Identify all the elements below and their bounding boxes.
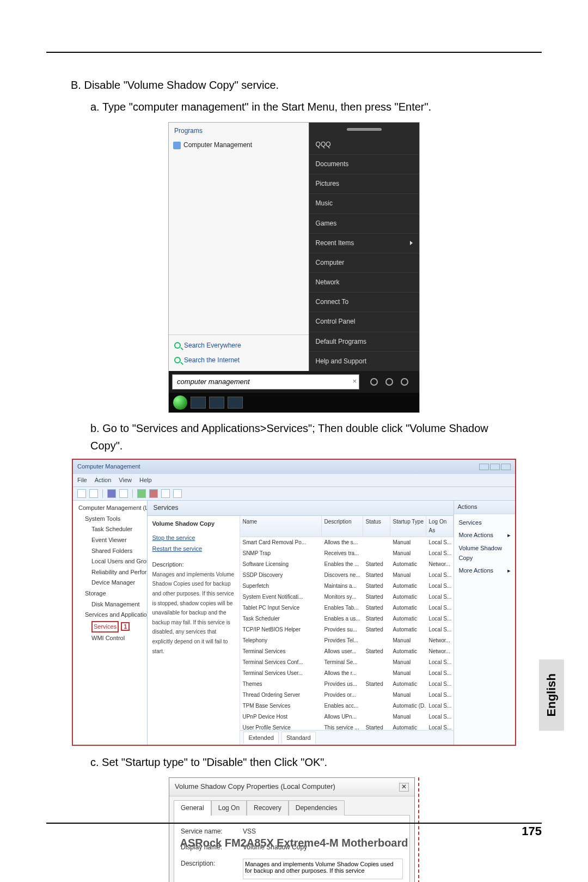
- user-name[interactable]: QQQ: [309, 135, 419, 154]
- power-icon[interactable]: [370, 378, 378, 386]
- start-menu-item[interactable]: Music: [309, 193, 419, 213]
- label-description: Description:: [181, 859, 237, 869]
- language-tab: English: [539, 659, 564, 731]
- programs-header: Programs: [169, 123, 309, 138]
- table-row[interactable]: Terminal Services Conf...Terminal Se...M…: [240, 657, 454, 668]
- tab-recovery[interactable]: Recovery: [247, 800, 289, 816]
- footer-text: ASRock FM2A85X Extreme4-M Motherboard: [0, 837, 588, 849]
- table-row[interactable]: System Event Notificati...Monitors sy...…: [240, 592, 454, 603]
- forward-icon[interactable]: [89, 489, 98, 498]
- tree-storage[interactable]: Storage: [75, 588, 145, 599]
- menu-item[interactable]: File: [77, 476, 87, 485]
- start-menu-item[interactable]: Recent Items: [309, 233, 419, 253]
- table-row[interactable]: Task SchedulerEnables a us...StartedAuto…: [240, 613, 454, 624]
- start-menu-item[interactable]: Pictures: [309, 174, 419, 193]
- tree-disk-management[interactable]: Disk Management: [75, 599, 145, 610]
- table-row[interactable]: Software LicensingEnables the ...Started…: [240, 559, 454, 570]
- restart-service-link[interactable]: Restart the service: [152, 544, 235, 554]
- start-menu-item[interactable]: Documents: [309, 154, 419, 174]
- properties-icon[interactable]: [107, 489, 116, 498]
- table-row[interactable]: SuperfetchMaintains a...StartedAutomatic…: [240, 581, 454, 592]
- start-menu-item[interactable]: Help and Support: [309, 351, 419, 371]
- actions-more[interactable]: More Actions▸: [457, 529, 512, 542]
- tab-dependencies[interactable]: Dependencies: [289, 800, 345, 816]
- table-row[interactable]: Tablet PC Input ServiceEnables Tab...Sta…: [240, 603, 454, 613]
- tree-services-apps[interactable]: Services and Applications: [75, 610, 145, 621]
- restart-service-icon[interactable]: [173, 489, 182, 498]
- start-menu-item[interactable]: Control Panel: [309, 312, 419, 331]
- value-description[interactable]: [243, 859, 403, 879]
- stop-service-icon[interactable]: [149, 489, 158, 498]
- search-internet[interactable]: Search the Internet: [174, 353, 303, 368]
- clear-icon[interactable]: ×: [352, 376, 357, 387]
- dialog-tabs: General Log On Recovery Dependencies: [169, 796, 414, 815]
- services-pane-header: Services: [148, 501, 454, 516]
- view-tabs: Extended Standard: [240, 730, 454, 745]
- taskbar-item[interactable]: [209, 397, 224, 409]
- lock-icon[interactable]: [385, 378, 393, 386]
- tab-general[interactable]: General: [174, 800, 211, 816]
- table-row[interactable]: Smart Card Removal Po...Allows the s...M…: [240, 537, 454, 548]
- maximize-icon[interactable]: [490, 464, 500, 470]
- taskbar-item[interactable]: [228, 397, 243, 409]
- search-everywhere[interactable]: Search Everywhere: [174, 338, 303, 353]
- actions-more2[interactable]: More Actions▸: [457, 564, 512, 577]
- taskbar-item[interactable]: [191, 397, 206, 409]
- selected-service-name: Volume Shadow Copy: [152, 519, 235, 529]
- tree-system-tools[interactable]: System Tools: [75, 514, 145, 525]
- table-header: Name Description Status Startup Type Log…: [240, 516, 454, 537]
- table-row[interactable]: TCP/IP NetBIOS HelperProvides su...Start…: [240, 624, 454, 635]
- tree-task-scheduler[interactable]: Task Scheduler: [75, 524, 145, 535]
- program-computer-management[interactable]: Computer Management: [169, 138, 309, 152]
- value-service-name: VSS: [243, 826, 403, 837]
- step-c: c. Set "Startup type" to "Disable" then …: [71, 753, 517, 771]
- tree-services[interactable]: Services1: [75, 621, 145, 634]
- close-icon[interactable]: ✕: [399, 783, 409, 792]
- tab-standard[interactable]: Standard: [281, 732, 316, 744]
- pause-service-icon[interactable]: [161, 489, 170, 498]
- tree-root[interactable]: Computer Management (Local): [75, 503, 145, 514]
- arrow-icon[interactable]: [401, 378, 408, 386]
- start-menu-item[interactable]: Computer: [309, 253, 419, 272]
- menu-item[interactable]: View: [119, 476, 132, 485]
- menubar: FileActionViewHelp: [73, 474, 515, 488]
- step-b: b. Go to "Services and Applications>Serv…: [71, 419, 517, 454]
- table-row[interactable]: User Profile ServiceThis service ...Star…: [240, 722, 454, 729]
- table-row[interactable]: SSDP DiscoveryDiscovers ne...StartedManu…: [240, 570, 454, 581]
- tree-reliability[interactable]: Reliability and Performance: [75, 567, 145, 578]
- table-row[interactable]: UPnP Device HostAllows UPn...ManualLocal…: [240, 711, 454, 722]
- stop-service-link[interactable]: Stop the service: [152, 533, 235, 543]
- tree-wmi[interactable]: WMI Control: [75, 633, 145, 644]
- start-menu-item[interactable]: Connect To: [309, 292, 419, 312]
- tree-shared-folders[interactable]: Shared Folders: [75, 546, 145, 557]
- menu-item[interactable]: Action: [95, 476, 112, 485]
- table-row[interactable]: ThemesProvides us...StartedAutomaticLoca…: [240, 679, 454, 690]
- close-icon[interactable]: [501, 464, 511, 470]
- start-search-input[interactable]: computer management×: [172, 374, 359, 390]
- table-row[interactable]: Thread Ordering ServerProvides or...Manu…: [240, 690, 454, 701]
- menu-item[interactable]: Help: [139, 476, 152, 485]
- start-menu-item[interactable]: Default Programs: [309, 332, 419, 351]
- bottom-rule: [46, 823, 542, 824]
- table-row[interactable]: TelephonyProvides Tel...ManualNetwor...: [240, 635, 454, 646]
- start-menu-item[interactable]: Games: [309, 214, 419, 233]
- tree-event-viewer[interactable]: Event Viewer: [75, 535, 145, 546]
- table-row[interactable]: SNMP TrapReceives tra...ManualLocal S...: [240, 548, 454, 559]
- step-B: B. Disable "Volume Shadow Copy" service.: [71, 76, 517, 94]
- start-orb-icon[interactable]: [173, 396, 187, 410]
- tree-local-users[interactable]: Local Users and Groups: [75, 556, 145, 567]
- service-description-pane: Volume Shadow Copy Stop the service Rest…: [148, 516, 240, 745]
- back-icon[interactable]: [77, 489, 86, 498]
- tab-logon[interactable]: Log On: [211, 800, 247, 816]
- tree-device-manager[interactable]: Device Manager: [75, 577, 145, 588]
- start-menu-item[interactable]: Network: [309, 272, 419, 292]
- refresh-icon[interactable]: [119, 489, 128, 498]
- table-row[interactable]: Terminal Services User...Allows the r...…: [240, 668, 454, 679]
- table-row[interactable]: Terminal ServicesAllows user...StartedAu…: [240, 646, 454, 657]
- table-row[interactable]: TPM Base ServicesEnables acc...Automatic…: [240, 701, 454, 711]
- start-service-icon[interactable]: [137, 489, 146, 498]
- top-rule: [46, 52, 542, 53]
- window-title: Computer Management: [77, 462, 140, 472]
- tab-extended[interactable]: Extended: [243, 732, 278, 744]
- minimize-icon[interactable]: [479, 464, 489, 470]
